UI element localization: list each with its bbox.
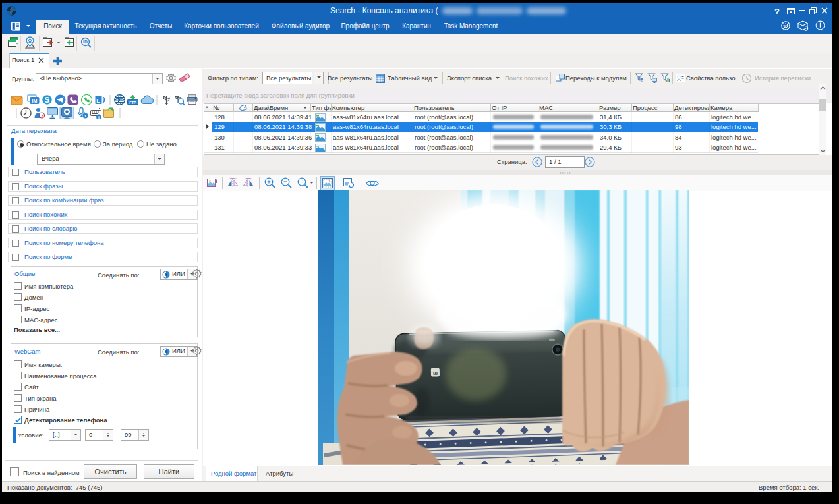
svg-text:FTP: FTP (129, 101, 136, 105)
svg-text:i: i (98, 115, 100, 119)
svg-text:i: i (85, 113, 86, 118)
svg-text:API: API (784, 25, 788, 28)
svg-text:S: S (44, 96, 49, 105)
svg-text:HTTP: HTTP (116, 98, 123, 101)
svg-text:IM: IM (32, 99, 38, 103)
svg-text:L: L (96, 98, 100, 104)
svg-text:ID: ID (83, 40, 88, 44)
svg-text:ɯ: ɯ (433, 370, 438, 376)
